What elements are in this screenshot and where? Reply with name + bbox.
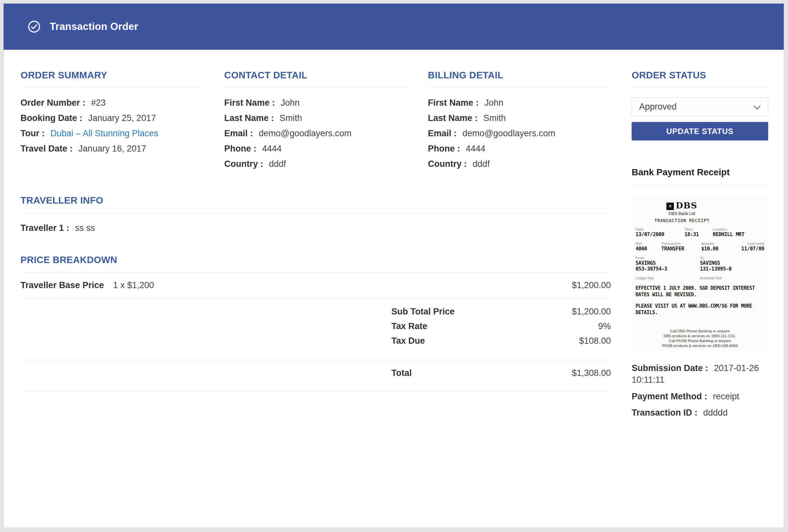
divider bbox=[632, 185, 768, 186]
phone-value: 4444 bbox=[262, 144, 281, 154]
receipt-footer-line: DBS products & services on 1800-111-1111… bbox=[635, 334, 764, 338]
receipt-footer-line: Call POSB Phone Banking or enquire bbox=[635, 338, 764, 343]
page-title: Transaction Order bbox=[50, 21, 138, 33]
line-item-quantity: 1 x $1,200 bbox=[113, 280, 154, 290]
tour-label: Tour : bbox=[20, 129, 44, 138]
country-label: Country : bbox=[224, 159, 263, 169]
receipt-balance-labels: Ledger Bal Available Bal bbox=[635, 276, 764, 280]
travel-date-value: January 16, 2017 bbox=[78, 144, 146, 154]
country-value: dddf bbox=[269, 159, 286, 169]
last-name-label: Last Name : bbox=[224, 113, 274, 123]
transaction-id-value: ddddd bbox=[703, 408, 728, 417]
divider bbox=[632, 88, 768, 88]
receipt-amount-label: Amount bbox=[701, 242, 736, 245]
receipt-datetime-labels: Date Time Location bbox=[635, 227, 764, 231]
phone-label: Phone : bbox=[428, 144, 460, 154]
contact-detail-section: CONTACT DETAIL First Name : John Last Na… bbox=[224, 70, 407, 174]
tax-due-label: Tax Due bbox=[391, 336, 531, 346]
dbs-logo-icon: ✕ bbox=[666, 202, 674, 210]
subtotal-row: Sub Total Price $1,200.00 bbox=[20, 307, 611, 317]
receipt-txn-values: 4060 TRANSFER $10.00 11/07/09 bbox=[635, 246, 764, 252]
divider bbox=[224, 88, 407, 88]
total-label: Total bbox=[391, 368, 531, 378]
phone-value: 4444 bbox=[466, 144, 485, 154]
app-header: Transaction Order bbox=[4, 4, 784, 50]
line-item-amount: $1,200.00 bbox=[572, 280, 611, 290]
billing-first-name-row: First Name : John bbox=[428, 97, 611, 109]
receipt-date-label: Date bbox=[635, 227, 684, 231]
receipt-time-value: 18:31 bbox=[684, 232, 713, 237]
dbs-logo: ✕DBS bbox=[635, 201, 728, 211]
country-label: Country : bbox=[428, 159, 467, 169]
booking-date-label: Booking Date : bbox=[20, 113, 83, 123]
receipt-from-account: SAVINGS 053-38754-3 bbox=[635, 260, 700, 272]
page: Transaction Order ORDER SUMMARY Order Nu… bbox=[3, 3, 784, 528]
price-summary: Sub Total Price $1,200.00 Tax Rate 9% Ta… bbox=[20, 298, 611, 360]
receipt-bank-name: DBS Bank Ltd bbox=[635, 211, 728, 216]
status-select[interactable]: Approved bbox=[632, 97, 768, 116]
transaction-id-label: Transaction ID : bbox=[632, 408, 697, 417]
divider bbox=[20, 88, 203, 88]
receipt-available-bal-label: Available Bal bbox=[700, 276, 764, 280]
order-number-value: #23 bbox=[91, 98, 106, 107]
detail-columns: ORDER SUMMARY Order Number : #23 Booking… bbox=[20, 70, 611, 174]
last-name-value: Smith bbox=[280, 113, 302, 123]
tax-rate-value: 9% bbox=[531, 321, 611, 331]
price-breakdown-heading: PRICE BREAKDOWN bbox=[20, 255, 611, 265]
tax-rate-label: Tax Rate bbox=[391, 321, 531, 331]
receipt-notice-1: EFFECTIVE 1 JULY 2009. SGD DEPOSIT INTER… bbox=[635, 285, 764, 298]
submission-date-label: Submission Date : bbox=[632, 363, 708, 373]
receipt-to-number: 131-13995-0 bbox=[700, 266, 764, 272]
receipt-from-to-labels: From To bbox=[635, 256, 764, 260]
chevron-down-icon bbox=[753, 102, 761, 112]
update-status-button[interactable]: UPDATE STATUS bbox=[632, 122, 768, 140]
payment-method-label: Payment Method : bbox=[632, 392, 707, 401]
divider bbox=[20, 213, 611, 213]
contact-detail-heading: CONTACT DETAIL bbox=[224, 70, 407, 81]
payment-method-row: Payment Method : receipt bbox=[632, 391, 768, 402]
contact-first-name-row: First Name : John bbox=[224, 97, 407, 109]
billing-detail-section: BILLING DETAIL First Name : John Last Na… bbox=[428, 70, 611, 174]
receipt-ref-label: Ref. bbox=[635, 242, 661, 245]
subtotal-label: Sub Total Price bbox=[391, 307, 531, 317]
receipt-header: ✕DBS DBS Bank Ltd TRANSACTION RECEIPT bbox=[635, 201, 728, 223]
phone-label: Phone : bbox=[224, 144, 256, 154]
receipt-footer-line: Call DBS Phone Banking or enquire bbox=[635, 329, 764, 334]
email-label: Email : bbox=[428, 129, 457, 138]
receipt-footer-line: POSB products & services on 1800-339-666… bbox=[635, 343, 764, 348]
last-name-value: Smith bbox=[484, 113, 506, 123]
traveller-value: ss ss bbox=[75, 223, 95, 233]
receipt-from-type: SAVINGS bbox=[635, 260, 700, 266]
receipt-last-used-label: Last Used bbox=[736, 242, 764, 245]
receipt-footer: Call DBS Phone Banking or enquire DBS pr… bbox=[635, 316, 764, 348]
contact-country-row: Country : dddf bbox=[224, 158, 407, 170]
receipt-transaction-value: TRANSFER bbox=[661, 246, 701, 252]
contact-phone-row: Phone : 4444 bbox=[224, 143, 407, 155]
divider bbox=[20, 391, 611, 391]
receipt-location-value: REDHILL MRT bbox=[713, 232, 764, 237]
check-circle-icon bbox=[27, 20, 41, 33]
line-item-label: Traveller Base Price bbox=[20, 280, 104, 290]
tour-link[interactable]: Dubai – All Stunning Places bbox=[51, 129, 158, 138]
contact-email-row: Email : demo@goodlayers.com bbox=[224, 128, 407, 139]
receipt-location-label: Location bbox=[713, 227, 764, 231]
submission-date-row: Submission Date : 2017-01-26 10:11:11 bbox=[632, 362, 768, 386]
receipt-datetime-values: 13/07/2009 18:31 REDHILL MRT bbox=[635, 232, 764, 237]
traveller-info-heading: TRAVELLER INFO bbox=[20, 195, 611, 206]
order-status-heading: ORDER STATUS bbox=[632, 70, 768, 81]
receipt-to-account: SAVINGS 131-13995-0 bbox=[700, 260, 764, 272]
travel-date-label: Travel Date : bbox=[20, 144, 73, 154]
receipt-txn-labels: Ref. Transaction Amount Last Used bbox=[635, 242, 764, 245]
receipt-date-value: 13/07/2009 bbox=[635, 232, 684, 237]
price-line-item: Traveller Base Price 1 x $1,200 $1,200.0… bbox=[20, 273, 611, 298]
total-value: $1,308.00 bbox=[531, 368, 611, 378]
status-select-value: Approved bbox=[639, 102, 677, 112]
order-number-row: Order Number : #23 bbox=[20, 97, 203, 109]
receipt-from-to-values: SAVINGS 053-38754-3 SAVINGS 131-13995-0 bbox=[635, 260, 764, 272]
receipt-amount-value: $10.00 bbox=[701, 246, 736, 252]
traveller-info-section: TRAVELLER INFO Traveller 1 : ss ss bbox=[20, 195, 611, 234]
booking-date-row: Booking Date : January 25, 2017 bbox=[20, 113, 203, 124]
billing-detail-heading: BILLING DETAIL bbox=[428, 70, 611, 81]
tour-row: Tour : Dubai – All Stunning Places bbox=[20, 128, 203, 139]
order-summary-heading: ORDER SUMMARY bbox=[20, 70, 203, 81]
